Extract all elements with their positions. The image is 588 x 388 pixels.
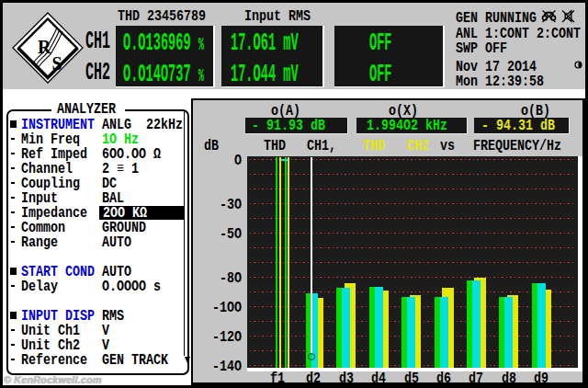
svg-text:R: R [38, 37, 51, 57]
svg-text:S: S [52, 53, 62, 74]
